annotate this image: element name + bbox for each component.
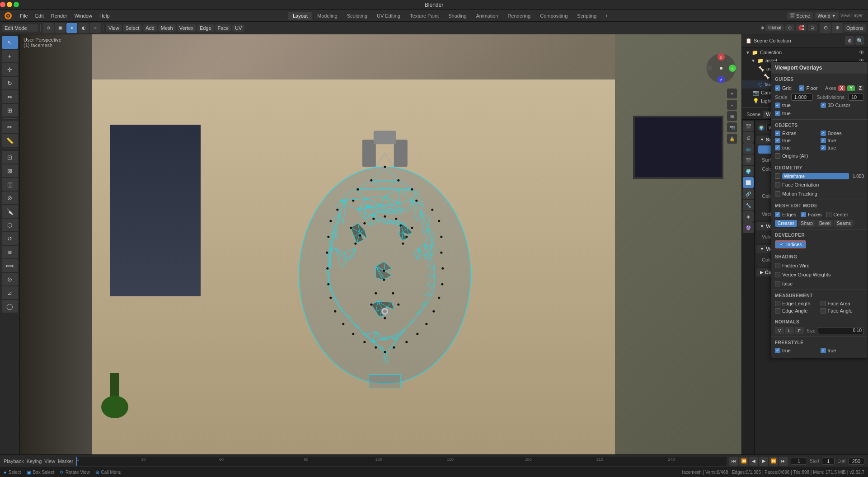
skip-end-btn[interactable]: ⏭ [779, 457, 788, 466]
current-frame-field[interactable]: 1 [791, 458, 807, 465]
subdivisions-field[interactable]: 10 [848, 94, 864, 101]
grid-checkbox[interactable]: Grid [775, 85, 792, 91]
prop-tab-constraint[interactable]: 🔗 [743, 188, 754, 199]
skip-start-btn[interactable]: ⏮ [729, 457, 738, 466]
uv-menu[interactable]: UV [232, 24, 244, 32]
tool-extrude[interactable]: ⊡ [2, 151, 18, 164]
origins-all-checkbox[interactable]: Origins (All) [775, 153, 808, 159]
wireframe-bar[interactable]: Wireframe [782, 173, 849, 179]
axis-z-btn[interactable]: Z [857, 85, 864, 91]
tree-scene-collection[interactable]: ▼ 📁 Collection 👁 [742, 48, 868, 56]
overlay-toggle[interactable]: ⊙ [820, 23, 831, 33]
collection-visible-icon[interactable]: 👁 [859, 49, 864, 56]
viewport-lookdev-btn[interactable]: ◐ [78, 23, 89, 33]
faces-checkbox[interactable]: Faces [801, 212, 821, 217]
face-orientation-checkbox[interactable]: Face Orientation [775, 182, 819, 187]
keying-menu[interactable]: Keying [27, 458, 42, 464]
workspace-tab-modeling[interactable]: Modeling [313, 12, 342, 20]
axis-x-btn[interactable]: X [838, 85, 846, 91]
workspace-tab-compositing[interactable]: Compositing [535, 12, 572, 20]
workspace-tab-animation[interactable]: Animation [472, 12, 503, 20]
options-menu[interactable]: Options [844, 24, 866, 32]
center-checkbox[interactable]: Center [826, 212, 848, 217]
close-button[interactable] [0, 2, 5, 7]
add-menu[interactable]: Add [143, 24, 157, 32]
cursor-3d-checkbox[interactable]: 3D Cursor [821, 103, 864, 108]
tool-rotate[interactable]: ↻ [2, 77, 18, 89]
prop-header-scene[interactable]: Scene [744, 111, 763, 118]
annotations-checkbox[interactable]: true [775, 111, 791, 116]
add-workspace-button[interactable]: + [601, 12, 611, 20]
tool-spin[interactable]: ↺ [2, 232, 18, 245]
prop-tab-modifier[interactable]: 🔧 [743, 200, 754, 210]
hidden-wire-checkbox[interactable]: Hidden Wire [775, 263, 810, 268]
tool-measure[interactable]: 📏 [2, 134, 18, 147]
tool-knife[interactable]: 🔪 [2, 205, 18, 218]
zoom-out-btn[interactable]: - [727, 100, 737, 110]
edges-checkbox[interactable]: Edges [775, 212, 796, 217]
menu-window[interactable]: Window [71, 12, 96, 19]
viewport-solid-btn[interactable]: ● [66, 23, 77, 33]
face-area-checkbox[interactable]: Face Area [821, 301, 864, 306]
bones-checkbox[interactable]: Bones [821, 131, 864, 136]
scale-field[interactable]: 1.000 [791, 94, 813, 101]
floor-checkbox[interactable]: Floor [799, 85, 817, 91]
viewport-gizmo[interactable]: X Y Z [705, 52, 737, 84]
bevel-tab[interactable]: Bevel [816, 220, 833, 227]
tool-bevel[interactable]: ◫ [2, 178, 18, 191]
viewport-rendered-btn[interactable]: ○ [90, 23, 101, 33]
prop-tab-render[interactable]: 🎬 [743, 121, 754, 131]
edge-menu[interactable]: Edge [197, 24, 214, 32]
motion-paths-checkbox[interactable]: true [821, 138, 864, 143]
normals-size-field[interactable]: 0.10 [818, 327, 864, 334]
creases-tab[interactable]: Creases [775, 220, 797, 227]
vertex-group-checkbox[interactable]: Vertex Group Weights [775, 272, 830, 277]
prop-tab-object[interactable]: ⬜ [743, 177, 754, 188]
viewport-xray-btn[interactable]: ⊙ [43, 23, 54, 33]
scene-selector[interactable]: 🎬 Scene [787, 12, 813, 19]
workspace-tab-scripting[interactable]: Scripting [572, 12, 601, 20]
select-menu[interactable]: Select [123, 24, 142, 32]
normals-vertex-btn[interactable]: V [775, 327, 784, 334]
workspace-tab-uv[interactable]: UV Editing [372, 12, 405, 20]
search-collection-btn[interactable]: 🔍 [855, 36, 864, 45]
extras-checkbox[interactable]: Extras [775, 131, 819, 136]
gizmo-toggle[interactable]: ⊕ [832, 23, 843, 33]
prop-tab-vdisplay[interactable]: 📺 [743, 143, 754, 154]
proportional-edit[interactable]: ⊇ [808, 24, 817, 31]
outline-selected-checkbox[interactable]: true [775, 145, 819, 150]
menu-render[interactable]: Render [47, 12, 71, 19]
workspace-tab-sculpting[interactable]: Sculpting [343, 12, 372, 20]
maximize-button[interactable] [14, 2, 19, 7]
rel-lines-checkbox[interactable]: true [775, 138, 819, 143]
lock-view-btn[interactable]: 🔒 [727, 134, 737, 144]
prev-frame-btn[interactable]: ⏪ [739, 457, 748, 466]
camera-view-btn[interactable]: 📷 [727, 122, 737, 132]
tool-annotate[interactable]: ✏ [2, 121, 18, 133]
tool-move[interactable]: ✛ [2, 63, 18, 76]
tool-inset[interactable]: ⊠ [2, 164, 18, 177]
zoom-in-btn[interactable]: + [727, 89, 737, 98]
workspace-tab-shading[interactable]: Shading [444, 12, 471, 20]
tool-edge-slide[interactable]: ⟺ [2, 259, 18, 272]
prop-tab-scene[interactable]: 🎬 [743, 154, 754, 165]
tool-poly-build[interactable]: ⬡ [2, 219, 18, 231]
start-frame-field[interactable]: 1 [822, 458, 835, 465]
edge-length-checkbox[interactable]: Edge Length [775, 301, 819, 306]
view-layer-selector[interactable]: World ▼ [815, 12, 838, 19]
viewport-3d[interactable]: User Perspective (1) facemesh [20, 34, 741, 454]
marker-menu[interactable]: Marker [58, 458, 73, 464]
indices-button[interactable]: Indices [775, 240, 806, 248]
play-btn[interactable]: ▶ [759, 457, 768, 466]
tool-loop-cut[interactable]: ⊘ [2, 192, 18, 204]
edge-marks-checkbox[interactable]: true [775, 348, 819, 353]
face-marks-checkbox[interactable]: true [821, 348, 864, 353]
face-menu[interactable]: Face [215, 24, 231, 32]
mesh-analysis-checkbox[interactable]: false [775, 281, 793, 286]
viewport-wireframe-btn[interactable]: ▣ [55, 23, 66, 33]
axis-y-btn[interactable]: Y [847, 85, 855, 91]
tool-select[interactable]: ↖ [2, 36, 18, 49]
timeline-track[interactable]: 1 30 60 90 120 150 180 210 240 [76, 457, 727, 466]
workspace-tab-texture[interactable]: Texture Paint [405, 12, 443, 20]
wireframe-cb[interactable] [775, 173, 780, 179]
